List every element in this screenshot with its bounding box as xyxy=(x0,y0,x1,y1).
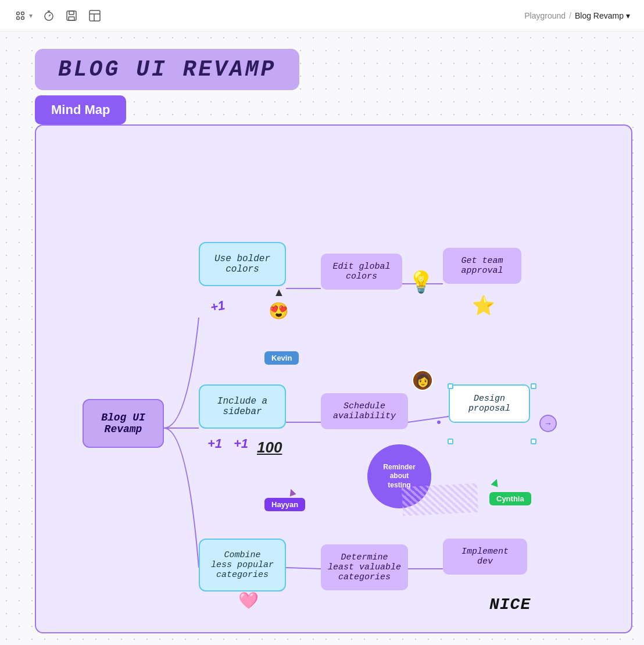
breadcrumb-parent[interactable]: Playground xyxy=(524,11,566,20)
node-include-sidebar[interactable]: Include a sidebar xyxy=(199,384,286,429)
svg-rect-10 xyxy=(69,17,74,20)
breadcrumb: Playground / Blog Revamp ▾ xyxy=(524,11,630,20)
breadcrumb-current: Blog Revamp ▾ xyxy=(575,11,630,20)
svg-line-7 xyxy=(49,15,51,16)
mindmap-label-text: Mind Map xyxy=(51,102,110,117)
sticker-heart: 🩷 xyxy=(238,591,259,610)
canvas-title: BLOG UI REVAMP xyxy=(58,57,276,82)
sticker-plus1-mid-1: +1 xyxy=(207,436,222,451)
nice-sticker: NICE xyxy=(489,596,531,614)
canvas-frame[interactable]: Blog UI Revamp Use bolder colors Edit gl… xyxy=(35,124,632,633)
svg-line-17 xyxy=(408,416,449,422)
sticker-plus1-top: +1 xyxy=(209,298,226,315)
svg-rect-9 xyxy=(69,11,74,15)
sticker-star: ⭐ xyxy=(472,294,495,316)
svg-point-0 xyxy=(17,12,20,15)
node-implement-dev[interactable]: Implement dev xyxy=(443,539,527,575)
user-avatar: 👩 xyxy=(412,370,433,391)
layout-icon[interactable] xyxy=(88,9,101,22)
breadcrumb-separator: / xyxy=(569,11,571,20)
node-use-bolder-colors[interactable]: Use bolder colors xyxy=(199,242,286,286)
cursor-green: ▲ xyxy=(487,473,504,491)
title-banner: BLOG UI REVAMP xyxy=(35,49,299,90)
selection-handle-bl[interactable] xyxy=(448,439,453,444)
node-schedule-availability[interactable]: Schedule availability xyxy=(321,393,408,429)
node-center[interactable]: Blog UI Revamp xyxy=(83,399,164,448)
save-icon[interactable] xyxy=(65,9,78,22)
timer-icon[interactable] xyxy=(43,10,55,22)
name-tag-kevin: Kevin xyxy=(264,351,299,365)
breadcrumb-dropdown-icon[interactable]: ▾ xyxy=(626,11,630,20)
node-design-proposal[interactable]: Design proposal xyxy=(449,384,530,423)
toolbar-left: ▾ xyxy=(14,9,101,22)
canvas[interactable]: BLOG UI REVAMP Mind Map xyxy=(0,31,644,645)
arrow-next-button[interactable]: → xyxy=(539,415,557,432)
sticker-100: 100 xyxy=(257,439,282,457)
node-determine-least[interactable]: Determine least valuable categories xyxy=(321,544,408,590)
app-menu-icon[interactable]: ▾ xyxy=(14,9,33,22)
svg-point-3 xyxy=(22,16,24,19)
selection-handle-br[interactable] xyxy=(531,439,536,444)
tape-decoration xyxy=(402,483,478,516)
svg-point-2 xyxy=(17,16,20,19)
name-tag-hayyan: Hayyan xyxy=(264,498,305,511)
connection-dot xyxy=(437,421,441,424)
node-edit-global-colors[interactable]: Edit global colors xyxy=(321,254,402,290)
name-tag-cynthia: Cynthia xyxy=(489,492,531,505)
toolbar: ▾ Playground / xyxy=(0,0,644,31)
node-get-team-approval[interactable]: Get team approval xyxy=(443,248,521,284)
svg-point-1 xyxy=(22,12,24,15)
mindmap-label: Mind Map xyxy=(35,95,126,124)
cursor-main: ▲ xyxy=(273,286,285,299)
sticker-plus1-mid-2: +1 xyxy=(234,436,248,451)
node-combine-categories[interactable]: Combine less popular categories xyxy=(199,539,286,591)
svg-line-18 xyxy=(286,568,321,569)
svg-rect-11 xyxy=(90,10,100,21)
selection-handle-tl[interactable] xyxy=(448,383,453,389)
selection-handle-tr[interactable] xyxy=(531,383,536,389)
sticker-emoji-smile: 😍 xyxy=(269,301,289,320)
sticker-lightbulb: 💡 xyxy=(408,270,434,294)
